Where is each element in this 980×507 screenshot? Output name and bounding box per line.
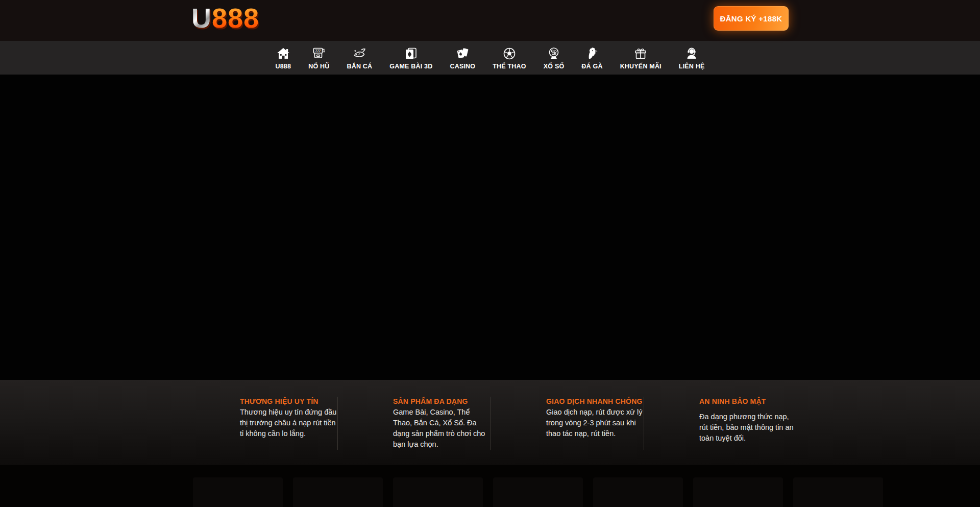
nav-item-khuyen-mai[interactable]: KHUYẾN MÃI [617,44,665,72]
nav-label: XỔ SỐ [544,63,565,70]
nav-item-casino[interactable]: A CASINO [447,44,478,72]
nav-label: KHUYẾN MÃI [620,63,662,70]
soccer-ball-icon [502,45,517,61]
slot-machine-icon: 777 [311,45,327,61]
nav-item-lien-he[interactable]: LIÊN HỆ [676,44,708,72]
nav-label: U888 [275,63,291,70]
nav-label: BẮN CÁ [347,63,372,70]
footer-col-an-ninh: AN NINH BẢO MẬTĐa dạng phương thức nạp, … [699,396,796,450]
nav-label: ĐÁ GÀ [581,63,602,70]
nav-item-game-bai-3d[interactable]: GAME BÀI 3D [386,44,435,72]
nav-label: THỂ THAO [493,63,526,70]
partner-tile [793,477,883,507]
nav-item-no-hu[interactable]: 777 NỔ HŨ [305,44,332,72]
footer-columns: THƯƠNG HIỆU UY TÍNThương hiệu uy tín đứn… [240,396,796,450]
nav-item-da-ga[interactable]: ĐÁ GÀ [578,44,605,72]
footer-divider [644,397,644,450]
home-icon [276,45,291,61]
playing-cards-icon: A [455,45,470,61]
footer-col-title: GIAO DỊCH NHANH CHÓNG [546,396,643,407]
partner-tile [593,477,683,507]
partner-tile [493,477,583,507]
lottery-machine-icon [546,45,561,61]
partner-tile [193,477,283,507]
footer-col-san-pham: SẢN PHẨM ĐA DẠNG Game Bài, Casino, Thể T… [393,396,490,450]
main-nav: U888 777 NỔ HŨ BẮN CÁ [0,41,980,75]
brand-logo-888: 888 [212,3,259,33]
svg-text:777: 777 [315,49,321,52]
partner-tiles [193,477,883,507]
partner-tile [393,477,483,507]
footer-col-giao-dich: GIAO DỊCH NHANH CHÓNGGiao dịch nạp, rút … [546,396,643,450]
bottom-strip [0,465,980,507]
register-button[interactable]: ĐĂNG KÝ +188K [714,6,789,31]
nav-label: GAME BÀI 3D [389,63,432,70]
footer-col-body: Đa dạng phương thức nạp, rút tiền, bảo m… [699,413,794,442]
footer-col-title: AN NINH BẢO MẬT [699,396,796,407]
footer-col-body: Game Bài, Casino, Thể Thao, Bắn Cá, Xổ S… [393,408,485,448]
nav-item-u888[interactable]: U888 [272,44,294,72]
nav-item-xo-so[interactable]: XỔ SỐ [541,44,568,72]
banner-area [0,75,980,380]
top-header: U888 ĐĂNG KÝ +188K [0,0,980,41]
footer-divider [491,397,491,450]
footer-divider [337,397,338,450]
nav-item-the-thao[interactable]: THỂ THAO [489,44,529,72]
nav-item-ban-ca[interactable]: BẮN CÁ [344,44,375,72]
footer-col-thuong-hieu: THƯƠNG HIỆU UY TÍNThương hiệu uy tín đứn… [240,396,337,450]
support-headset-icon [684,45,699,61]
nav-label: NỔ HŨ [308,63,329,70]
footer-info: THƯƠNG HIỆU UY TÍNThương hiệu uy tín đứn… [0,380,980,465]
brand-logo[interactable]: U888 [191,4,259,32]
nav-label: CASINO [450,63,475,70]
nav-label: LIÊN HỆ [679,63,705,70]
footer-col-body: Thương hiệu uy tín đứng đầu thị trường c… [240,408,336,438]
rooster-icon [584,45,600,61]
fish-icon [352,45,367,61]
footer-col-title: SẢN PHẨM ĐA DẠNG [393,397,468,405]
footer-col-title: THƯƠNG HIỆU UY TÍN [240,396,337,407]
card-spade-icon [403,45,419,61]
footer-col-body: Giao dịch nạp, rút được xử lý trong vòng… [546,408,643,438]
brand-logo-u: U [191,3,212,33]
partner-tile [293,477,383,507]
partner-tile [693,477,783,507]
gift-icon [633,45,648,61]
